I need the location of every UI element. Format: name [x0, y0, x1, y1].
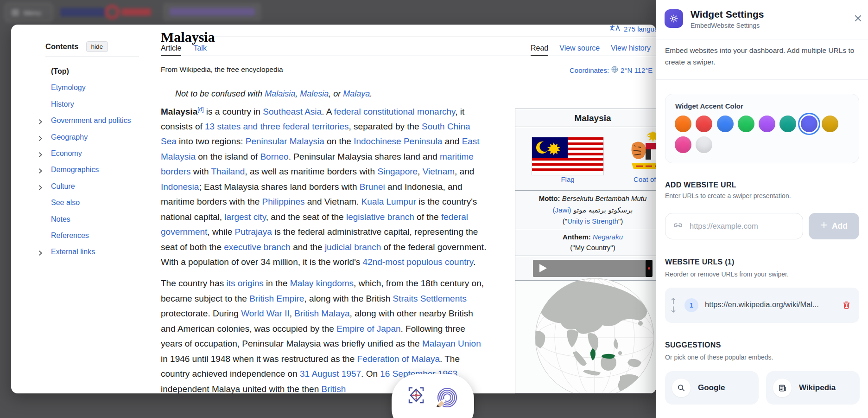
wiki-link[interactable]: South China	[422, 122, 470, 131]
delete-url-button[interactable]	[842, 301, 851, 311]
pencil-swirl-logo-icon[interactable]	[435, 386, 458, 418]
wiki-link[interactable]: government	[161, 227, 207, 237]
sidebar-item-history[interactable]: History	[34, 100, 74, 112]
accent-color-swatch-indigo[interactable]	[801, 116, 817, 132]
wiki-link[interactable]: Peninsular Malaysia	[246, 136, 324, 146]
wiki-link[interactable]: 42nd-most populous country	[363, 257, 473, 267]
wiki-link[interactable]: largest city	[224, 212, 266, 222]
website-url-input[interactable]	[689, 221, 792, 231]
audio-menu-button[interactable]	[646, 260, 653, 277]
wiki-link[interactable]: Federation of Malaya	[357, 354, 440, 364]
wiki-link[interactable]: federal constitutional monarchy	[334, 107, 456, 116]
wiki-link[interactable]: Indonesia	[161, 182, 199, 192]
wiki-link[interactable]: World War II	[241, 309, 290, 318]
chevron-right-icon[interactable]	[37, 135, 43, 143]
sidebar-item-geography[interactable]: Geography	[34, 133, 88, 145]
wiki-link[interactable]: Indochinese Peninsula	[354, 136, 442, 146]
wiki-link[interactable]: its origins	[227, 278, 264, 288]
wiki-link[interactable]: Brunei	[360, 182, 385, 192]
wiki-link[interactable]: legislative branch	[346, 212, 414, 222]
wiki-link[interactable]: Southeast Asia	[263, 107, 322, 116]
tab-view-history[interactable]: View history	[611, 43, 651, 56]
sidebar-item--top-[interactable]: (Top)	[34, 67, 69, 79]
sidebar-item-see-also[interactable]: See also	[34, 199, 80, 211]
wiki-link[interactable]: Straits Settlements	[393, 294, 467, 303]
languages-link[interactable]: 275 languages	[610, 25, 656, 33]
wiki-link[interactable]: Negaraku	[593, 233, 623, 241]
wiki-link[interactable]: Putrajaya	[234, 227, 272, 237]
add-url-button[interactable]: Add	[809, 213, 859, 239]
wiki-link[interactable]: 31 August 1957	[300, 369, 361, 379]
sidebar-item-economy[interactable]: Economy	[34, 149, 82, 161]
wiki-link[interactable]: Philippines	[262, 197, 305, 206]
wiki-link[interactable]: Vietnam	[423, 167, 455, 176]
wiki-link[interactable]: executive branch	[224, 242, 291, 252]
wiki-link[interactable]: Malaya	[343, 89, 370, 98]
accent-color-swatch-pink[interactable]	[675, 136, 691, 153]
sidebar-item-etymology[interactable]: Etymology	[34, 84, 86, 96]
sidebar-item-references[interactable]: References	[34, 232, 89, 244]
wiki-link[interactable]: borders	[161, 167, 190, 176]
wiki-link[interactable]: British Empire	[249, 294, 304, 303]
accent-color-swatch-orange[interactable]	[675, 116, 691, 132]
sidebar-item-culture[interactable]: Culture	[34, 182, 75, 194]
wiki-link[interactable]: British Malaya	[294, 309, 349, 318]
wiki-link[interactable]: Malesia	[300, 89, 329, 98]
tab-read[interactable]: Read	[531, 43, 548, 56]
coat-of-arms-caption[interactable]: Coat of arms	[623, 175, 656, 183]
chevron-right-icon[interactable]	[37, 167, 43, 176]
tab-view-source[interactable]: View source	[559, 43, 600, 56]
wiki-link[interactable]: [d]	[197, 106, 203, 113]
sidebar-item-external-links[interactable]: External links	[34, 248, 95, 260]
accent-color-swatch-teal[interactable]	[779, 116, 796, 132]
accent-color-swatch-purple[interactable]	[759, 116, 775, 132]
coordinates-link[interactable]: Coordinates: 2°N 112°E	[570, 66, 653, 74]
wiki-link[interactable]: Malay kingdoms	[290, 278, 354, 288]
ornament-logo-icon[interactable]	[408, 386, 424, 418]
wiki-link[interactable]: (Jawi)	[553, 206, 571, 214]
accent-color-swatch-red[interactable]	[696, 116, 712, 132]
malaysia-flag-image[interactable]	[532, 137, 603, 175]
wiki-link[interactable]: Singapore	[377, 167, 418, 176]
wiki-link[interactable]: maritime	[440, 152, 474, 161]
close-button[interactable]	[851, 11, 865, 25]
flag-caption[interactable]: Flag	[532, 175, 603, 183]
wiki-link[interactable]: federal	[441, 212, 468, 222]
wiki-link[interactable]: judicial branch	[325, 242, 381, 252]
chevron-right-icon[interactable]	[37, 118, 43, 127]
suggestion-google[interactable]: Google	[665, 371, 759, 405]
play-icon[interactable]	[539, 264, 547, 272]
chevron-right-icon[interactable]	[37, 151, 43, 160]
tab-talk[interactable]: Talk	[193, 43, 206, 56]
accent-color-swatch-blue[interactable]	[717, 116, 734, 132]
wiki-link[interactable]: Empire of Japan	[336, 324, 400, 334]
wiki-link[interactable]: Malaysia	[161, 152, 196, 161]
wiki-link[interactable]: Sea	[161, 136, 177, 146]
globe-locator-image[interactable]	[534, 277, 655, 393]
wiki-link[interactable]: Malaisia	[265, 89, 295, 98]
suggestion-wikipedia[interactable]: Wikipedia	[766, 371, 860, 405]
tab-article[interactable]: Article	[161, 43, 181, 56]
wiki-link[interactable]: Kuala Lumpur	[361, 197, 416, 206]
wiki-link[interactable]: Thailand	[211, 167, 245, 176]
wiki-link[interactable]: East	[462, 136, 480, 146]
wiki-link[interactable]: Borneo	[260, 152, 288, 161]
wiki-link[interactable]: British	[321, 384, 346, 394]
chevron-right-icon[interactable]	[37, 184, 43, 193]
coat-of-arms-image[interactable]	[628, 131, 656, 176]
toc-hide-button[interactable]: hide	[86, 41, 108, 52]
menu-button[interactable]: Menu	[5, 3, 53, 22]
sidebar-item-government-and-politics[interactable]: Government and politics	[34, 116, 131, 129]
wiki-link[interactable]: Unity is Strength	[567, 217, 618, 225]
reorder-handle-icon[interactable]	[671, 297, 676, 315]
sidebar-item-demographics[interactable]: Demographics	[34, 166, 99, 178]
accent-color-swatch-green[interactable]	[738, 116, 754, 132]
accent-color-swatch-gray[interactable]	[696, 136, 712, 153]
accent-color-swatch-yellow[interactable]	[822, 116, 838, 132]
article-text-line: national capital, largest city, and the …	[161, 212, 520, 227]
wiki-link[interactable]: 13 states and three federal territories	[205, 122, 349, 131]
wiki-link[interactable]: Malayan Union	[422, 339, 481, 348]
chevron-right-icon[interactable]	[37, 250, 43, 258]
sidebar-item-notes[interactable]: Notes	[34, 215, 70, 227]
audio-player-bar[interactable]	[533, 260, 653, 277]
